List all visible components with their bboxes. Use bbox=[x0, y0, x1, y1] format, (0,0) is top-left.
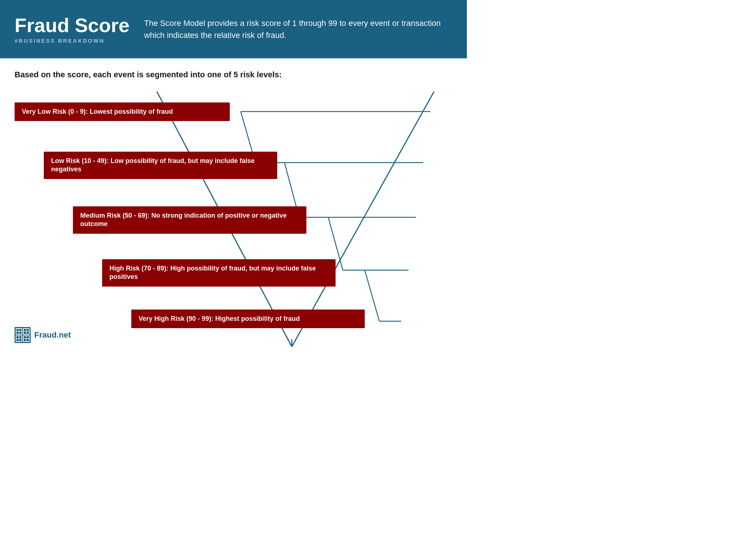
risk-level-4: High Risk (70 - 89): High possibility of… bbox=[102, 259, 336, 287]
page-title: Fraud Score bbox=[15, 15, 129, 36]
funnel-area: Very Low Risk (0 - 9): Lowest possibilit… bbox=[15, 92, 452, 347]
logo-suffix: net bbox=[59, 330, 71, 339]
logo-brand: Fraud. bbox=[34, 330, 59, 339]
risk-level-1: Very Low Risk (0 - 9): Lowest possibilit… bbox=[15, 102, 230, 121]
svg-line-9 bbox=[365, 270, 379, 321]
logo-text: Fraud.net bbox=[34, 330, 71, 340]
intro-text: Based on the score, each event is segmen… bbox=[15, 69, 452, 81]
svg-line-1 bbox=[292, 92, 434, 347]
risk-level-2: Low Risk (10 - 49): Low possibility of f… bbox=[44, 152, 277, 179]
header: Fraud Score #BUSINESS BREAKDOWN The Scor… bbox=[0, 0, 467, 58]
logo-area: Fraud.net bbox=[15, 327, 71, 343]
header-left: Fraud Score #BUSINESS BREAKDOWN bbox=[15, 15, 129, 44]
main-content: Based on the score, each event is segmen… bbox=[0, 58, 467, 350]
fraud-net-logo-icon bbox=[15, 327, 31, 343]
svg-rect-12 bbox=[15, 327, 31, 343]
page-subtitle: #BUSINESS BREAKDOWN bbox=[15, 38, 129, 44]
header-description: The Score Model provides a risk score of… bbox=[144, 17, 452, 41]
risk-level-5: Very High Risk (90 - 99): Highest possib… bbox=[131, 310, 365, 328]
risk-level-3: Medium Risk (50 - 69): No strong indicat… bbox=[73, 206, 306, 234]
